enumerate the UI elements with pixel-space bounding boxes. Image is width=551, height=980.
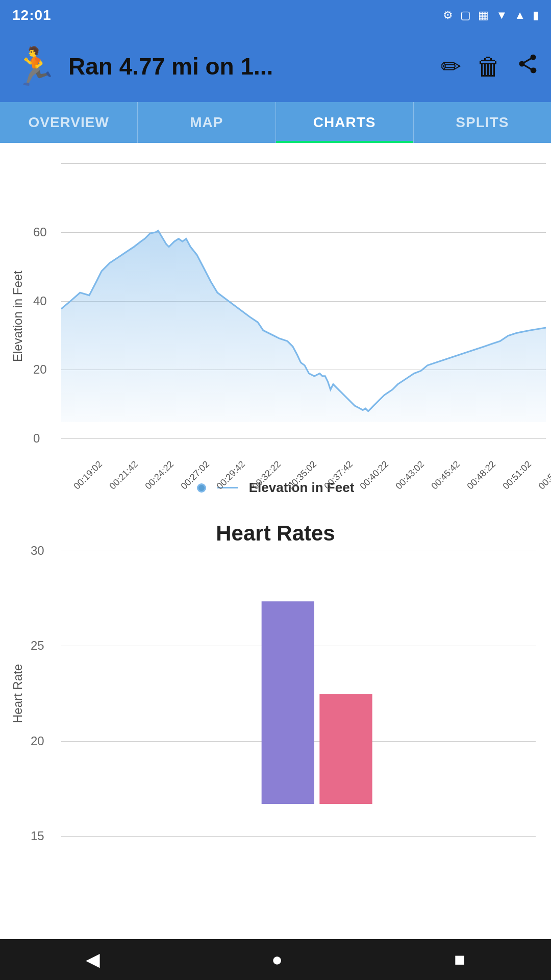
wifi-icon: ▼ <box>496 9 507 22</box>
elevation-x-labels: 00:19:02 00:21:42 00:24:22 00:27:02 00:2… <box>61 434 546 470</box>
battery-icon: ▮ <box>533 9 539 22</box>
bar-chart-inner: 30 25 20 15 <box>31 551 546 837</box>
bar-label-20: 20 <box>31 734 44 748</box>
runner-icon: 🏃 <box>12 45 58 88</box>
signal-icon: ▲ <box>514 9 525 22</box>
nav-back-button[interactable]: ◀ <box>86 949 100 970</box>
tab-splits[interactable]: SPLITS <box>414 102 551 143</box>
grid-label-60: 60 <box>33 225 47 239</box>
status-time: 12:01 <box>12 7 52 23</box>
heart-rate-y-axis-label: Heart Rate <box>5 551 31 837</box>
edit-button[interactable]: ✏ <box>441 52 461 81</box>
nav-recent-button[interactable]: ■ <box>454 949 465 970</box>
heart-rate-bars-svg <box>61 551 536 804</box>
grid-label-20: 20 <box>33 362 47 377</box>
tab-charts[interactable]: CHARTS <box>276 102 414 143</box>
settings-icon: ⚙ <box>443 9 453 22</box>
elevation-chart-inner: 60 40 20 0 <box>31 163 546 470</box>
square-icon: ▢ <box>460 9 471 22</box>
bar-label-25: 25 <box>31 639 44 653</box>
status-icons: ⚙ ▢ ▦ ▼ ▲ ▮ <box>443 9 539 22</box>
elevation-chart-container: Elevation in Feet 60 40 20 0 <box>0 153 551 506</box>
grid-label-40: 40 <box>33 294 47 308</box>
elevation-y-axis-label: Elevation in Feet <box>5 163 31 470</box>
tab-bar: OVERVIEW MAP CHARTS SPLITS <box>0 102 551 143</box>
share-button[interactable] <box>516 53 539 80</box>
grid-label-0: 0 <box>33 431 40 446</box>
main-content: Elevation in Feet 60 40 20 0 <box>0 143 551 939</box>
status-bar: 12:01 ⚙ ▢ ▦ ▼ ▲ ▮ <box>0 0 551 31</box>
bar-grid-15: 15 <box>61 836 536 837</box>
nav-bar: ◀ ● ■ <box>0 939 551 980</box>
header: 🏃 Ran 4.77 mi on 1... ✏ 🗑 <box>0 31 551 102</box>
heart-rates-title: Heart Rates <box>0 506 551 551</box>
sim-icon: ▦ <box>478 9 489 22</box>
heart-rates-chart: Heart Rate 30 25 20 15 <box>0 551 551 837</box>
tab-map[interactable]: MAP <box>138 102 276 143</box>
activity-title: Ran 4.77 mi on 1... <box>68 53 431 80</box>
nav-home-button[interactable]: ● <box>271 949 283 970</box>
legend-dot <box>197 483 206 493</box>
bar-purple <box>262 601 314 804</box>
bar-pink <box>319 694 372 804</box>
tab-overview[interactable]: OVERVIEW <box>0 102 138 143</box>
heart-rates-section: Heart Rates Heart Rate 30 25 20 15 <box>0 506 551 837</box>
header-actions: ✏ 🗑 <box>441 52 539 81</box>
bar-label-15: 15 <box>31 829 44 843</box>
elevation-line-svg <box>61 163 546 422</box>
delete-button[interactable]: 🗑 <box>477 53 501 81</box>
